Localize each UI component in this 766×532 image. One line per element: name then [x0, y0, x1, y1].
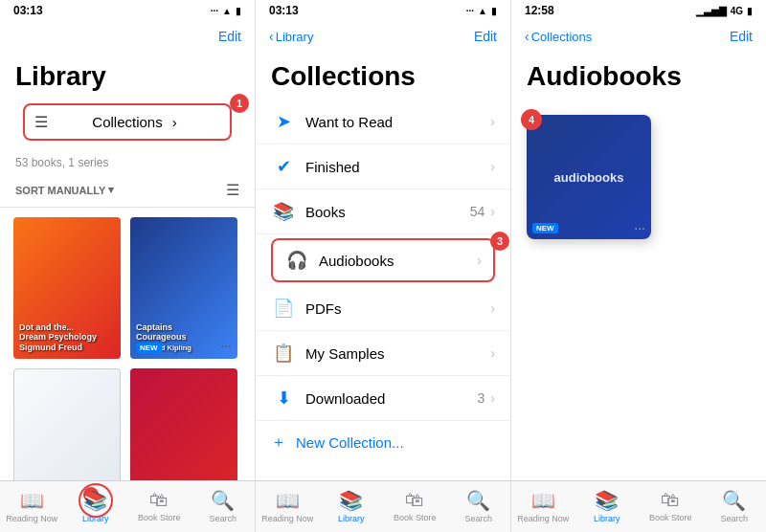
- reading-now-icon-right: 📖: [531, 489, 555, 512]
- audiobooks-grid: audiobooks NEW ··· 4: [511, 100, 766, 480]
- tab-search-mid[interactable]: 🔍 Search: [447, 485, 511, 526]
- audiobooks-badge: 3: [490, 232, 509, 251]
- reading-now-icon: 📖: [20, 489, 44, 512]
- tab-library-label-mid: Library: [338, 514, 365, 523]
- back-label-mid: Library: [276, 30, 314, 44]
- search-icon-left: 🔍: [211, 489, 235, 512]
- collection-want-to-read[interactable]: ➤ Want to Read ›: [256, 100, 510, 144]
- tab-reading-now-mid[interactable]: 📖 Reading Now: [256, 485, 320, 526]
- lib-count: 53 books, 1 series: [0, 156, 255, 177]
- network-type-icon: 4G: [731, 6, 743, 16]
- more-dots-2[interactable]: ···: [220, 338, 232, 353]
- time-mid: 03:13: [269, 4, 299, 17]
- collection-my-samples[interactable]: 📋 My Samples ›: [256, 331, 510, 376]
- time-left: 03:13: [13, 4, 43, 17]
- tab-bookstore-mid[interactable]: 🛍 Book Store: [383, 485, 447, 526]
- chevron-down-icon: ▾: [108, 184, 114, 196]
- book-row-1: Dot and the...Dream PsychologySigmund Fr…: [13, 217, 241, 359]
- tab-bookstore-label-left: Book Store: [138, 513, 181, 522]
- collection-finished[interactable]: ✔ Finished ›: [256, 144, 510, 189]
- time-right: 12:58: [525, 4, 554, 17]
- nav-bar-left: Edit: [0, 21, 255, 55]
- bookstore-icon-right: 🛍: [661, 489, 680, 511]
- new-collection-row[interactable]: ＋ New Collection...: [256, 421, 510, 464]
- tab-search-right[interactable]: 🔍 Search: [703, 485, 767, 526]
- signal-icon-mid: ···: [466, 6, 474, 16]
- tab-search-left[interactable]: 🔍 Search: [192, 485, 256, 526]
- sort-label: SORT: [15, 185, 45, 196]
- downloaded-count: 3: [478, 390, 485, 406]
- tab-reading-now-left[interactable]: 📖 Reading Now: [0, 485, 64, 526]
- collection-books[interactable]: 📚 Books 54 ›: [256, 189, 510, 234]
- back-collections-button[interactable]: ‹ Collections: [525, 29, 592, 44]
- downloaded-label: Downloaded: [305, 390, 478, 407]
- collections-badge: 1: [230, 94, 249, 113]
- panel-collections: 03:13 ··· ▲ ▮ ‹ Library Edit Collections…: [256, 0, 511, 532]
- new-badge-2: NEW: [136, 343, 162, 353]
- chevron-right-icon: ›: [172, 114, 220, 130]
- collection-downloaded[interactable]: ⬇ Downloaded 3 ›: [256, 376, 510, 421]
- grid-icon[interactable]: ☰: [226, 181, 239, 199]
- tab-bar-left: 📖 Reading Now 📚 Library 1 🛍 Book Store 🔍…: [0, 480, 255, 532]
- tab-bookstore-right[interactable]: 🛍 Book Store: [639, 485, 703, 526]
- sort-row: SORT MANUALLY ▾ ☰: [0, 177, 255, 208]
- collection-pdfs[interactable]: 📄 PDFs ›: [256, 286, 510, 331]
- status-bar-left: 03:13 ··· ▲ ▮: [0, 0, 255, 21]
- book-cover-1[interactable]: Dot and the...Dream PsychologySigmund Fr…: [13, 217, 121, 359]
- tab-library-label-right: Library: [594, 514, 620, 523]
- chevron-want: ›: [490, 114, 495, 129]
- books-count: 54: [470, 204, 485, 219]
- book-cover-2[interactable]: CaptainsCourageousRudyard Kipling NEW ··…: [130, 217, 237, 359]
- tab-reading-now-right[interactable]: 📖 Reading Now: [511, 485, 575, 526]
- collection-audiobooks[interactable]: 🎧 Audiobooks ›: [271, 238, 495, 282]
- book-cover-3[interactable]: THE ROYAL WEDDING: [13, 368, 121, 480]
- edit-button-left[interactable]: Edit: [218, 29, 241, 44]
- new-badge-audiobook: NEW: [532, 223, 558, 233]
- page-title-right: Audiobooks: [511, 55, 766, 100]
- tab-search-label-right: Search: [720, 514, 748, 523]
- battery-icon-right: ▮: [747, 6, 753, 16]
- book-cover-4[interactable]: A FairPenitent: [130, 368, 237, 480]
- audiobooks-label: Audiobooks: [319, 253, 477, 269]
- more-dots-audiobook[interactable]: ···: [634, 220, 645, 235]
- collections-label: Collections: [92, 114, 162, 130]
- tab-library-left[interactable]: 📚 Library 1: [64, 485, 128, 526]
- battery-icon-mid: ▮: [491, 6, 497, 16]
- chevron-downloaded: ›: [490, 390, 495, 406]
- status-icons-left: ··· ▲ ▮: [211, 6, 241, 16]
- tab-library-right[interactable]: 📚 Library: [575, 485, 640, 526]
- chevron-left-icon: ‹: [269, 29, 274, 44]
- back-library-button[interactable]: ‹ Library: [269, 29, 313, 44]
- tab-reading-now-label-right: Reading Now: [517, 514, 569, 523]
- sort-mode[interactable]: SORT MANUALLY ▾: [15, 184, 114, 196]
- chevron-audiobooks: ›: [477, 253, 482, 268]
- chevron-left-icon-right: ‹: [525, 29, 529, 44]
- tab-bookstore-left[interactable]: 🛍 Book Store: [127, 485, 192, 526]
- page-title-left: Library: [0, 55, 255, 100]
- bookstore-icon-mid: 🛍: [405, 489, 424, 511]
- audiobook-item-container: audiobooks NEW ··· 4: [527, 115, 651, 239]
- collections-row[interactable]: ☰ Collections ›: [23, 103, 232, 141]
- edit-button-mid[interactable]: Edit: [474, 29, 497, 44]
- audiobook-cover[interactable]: audiobooks NEW ···: [527, 115, 651, 239]
- audiobook-label: audiobooks: [554, 170, 624, 185]
- finished-label: Finished: [305, 159, 490, 175]
- collections-row-container: ☰ Collections › 1: [11, 100, 243, 148]
- nav-bar-right: ‹ Collections Edit: [511, 21, 766, 55]
- tab-bar-mid: 📖 Reading Now 📚 Library 🛍 Book Store 🔍 S…: [256, 480, 510, 532]
- status-bar-right: 12:58 ▁▃▅▇ 4G ▮: [511, 0, 766, 21]
- samples-label: My Samples: [305, 345, 490, 362]
- tab-library-mid[interactable]: 📚 Library: [320, 485, 384, 526]
- chevron-samples: ›: [490, 345, 495, 361]
- signal-bars-icon: ▁▃▅▇: [696, 6, 727, 16]
- book-row-2: THE ROYAL WEDDING A FairPenitent: [13, 368, 241, 480]
- chevron-finished: ›: [490, 159, 495, 174]
- audiobook-num-badge: 4: [521, 109, 542, 130]
- wifi-icon: ▲: [222, 6, 232, 16]
- nav-bar-mid: ‹ Library Edit: [256, 21, 510, 55]
- books-label: Books: [305, 204, 470, 220]
- samples-icon: 📋: [271, 343, 296, 364]
- sort-value: MANUALLY: [48, 185, 106, 196]
- edit-button-right[interactable]: Edit: [730, 29, 753, 44]
- status-icons-mid: ··· ▲ ▮: [466, 6, 497, 16]
